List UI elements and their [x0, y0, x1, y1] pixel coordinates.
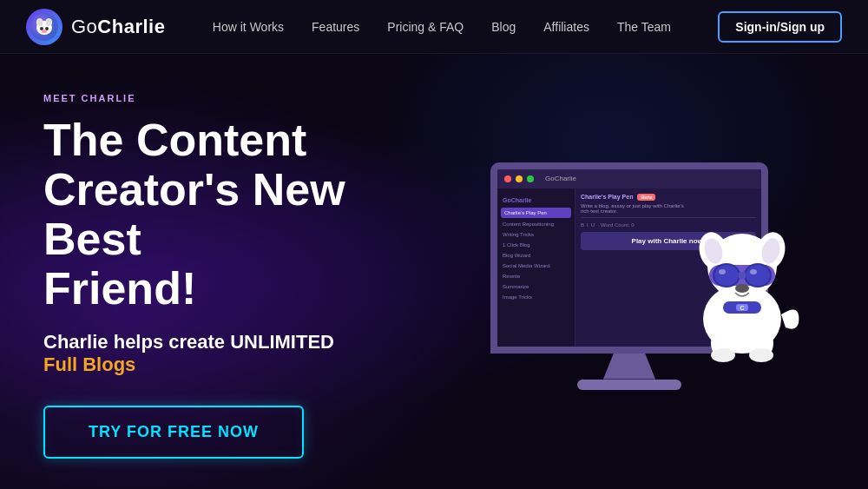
- sidebar-summarize: Summarize: [497, 281, 575, 292]
- sidebar-writing-tricks: Writing Tricks: [497, 229, 575, 240]
- nav-affiliates[interactable]: Affiliates: [543, 20, 589, 34]
- sidebar-header: GoCharlie: [497, 194, 575, 207]
- monitor-top-bar: GoCharlie: [497, 169, 761, 188]
- minimize-dot: [516, 175, 523, 182]
- hero-content-right: GoCharlie GoCharlie Charlie's Play Pen C…: [434, 162, 825, 390]
- maximize-dot: [527, 175, 534, 182]
- hero-subtitle: Charlie helps create UNLIMITED Full Blog…: [43, 331, 434, 376]
- svg-point-21: [750, 269, 757, 274]
- svg-point-23: [735, 284, 749, 293]
- sidebar-image-tricks: Image Tricks: [497, 292, 575, 302]
- hero-section: MEET CHARLIE The Content Creator's New B…: [0, 54, 868, 489]
- hero-subtitle-highlight: Full Blogs: [43, 354, 135, 375]
- app-sidebar: GoCharlie Charlie's Play Pen Content Rep…: [497, 188, 575, 347]
- nav-how-it-works[interactable]: How it Works: [213, 20, 284, 34]
- monitor-stand: [603, 354, 655, 380]
- meet-charlie-label: MEET CHARLIE: [43, 93, 434, 103]
- sidebar-rewrite: Rewrite: [497, 271, 575, 281]
- svg-rect-22: [739, 272, 746, 279]
- window-title: GoCharlie: [545, 175, 576, 182]
- svg-point-17: [714, 265, 739, 286]
- svg-point-29: [711, 348, 735, 362]
- hero-content-left: MEET CHARLIE The Content Creator's New B…: [43, 93, 434, 459]
- svg-text:C: C: [740, 305, 744, 311]
- try-free-button[interactable]: TRY FOR FREE NOW: [43, 406, 304, 459]
- nav-menu: How it Works Features Pricing & FAQ Blog…: [213, 19, 671, 35]
- sidebar-content-repo: Content Repositioning: [497, 219, 575, 229]
- svg-point-20: [746, 265, 770, 286]
- navbar: GoCharlie How it Works Features Pricing …: [0, 0, 868, 54]
- svg-point-6: [42, 30, 47, 33]
- sidebar-charlies-play-pen: Charlie's Play Pen: [501, 208, 571, 218]
- nav-blog[interactable]: Blog: [491, 20, 516, 34]
- close-dot: [504, 175, 511, 182]
- nav-features[interactable]: Features: [312, 20, 359, 34]
- sidebar-1click-blog: 1 Click Blog: [497, 240, 575, 250]
- svg-point-30: [749, 348, 773, 362]
- monitor-base: [577, 380, 681, 390]
- svg-point-18: [719, 269, 726, 274]
- signin-button[interactable]: Sign-in/Sign up: [718, 11, 842, 43]
- computer-mockup: GoCharlie GoCharlie Charlie's Play Pen C…: [490, 162, 768, 390]
- logo[interactable]: GoCharlie: [26, 9, 165, 45]
- nav-pricing-faq[interactable]: Pricing & FAQ: [387, 20, 464, 34]
- sidebar-social-media: Social Media Wizard: [497, 261, 575, 271]
- hero-title: The Content Creator's New Best Friend!: [43, 116, 434, 314]
- nav-the-team[interactable]: The Team: [617, 20, 671, 34]
- dog-mascot: C: [673, 188, 812, 354]
- logo-icon: [26, 9, 62, 45]
- dog-svg: C: [673, 188, 812, 362]
- logo-text: GoCharlie: [71, 16, 165, 38]
- sidebar-blog-wizard: Blog Wizard: [497, 250, 575, 261]
